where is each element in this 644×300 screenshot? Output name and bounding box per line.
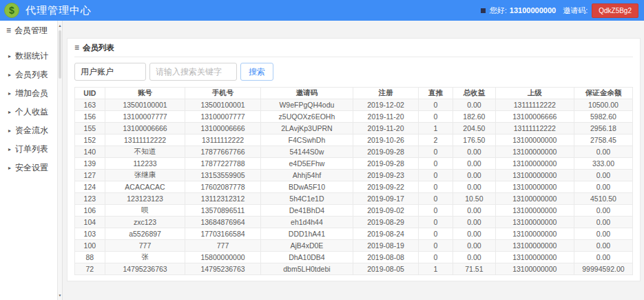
table-cell: 0.00 <box>574 217 632 228</box>
table-cell: 152 <box>75 134 105 146</box>
item-arrow-icon: ▸ <box>8 72 11 78</box>
table-cell: 103 <box>75 228 105 240</box>
table-cell: 777 <box>185 240 260 252</box>
table-cell: 0.00 <box>574 146 632 158</box>
member-list-card: ≡ 会员列表 搜索 UID账号手机号邀请码注册直推总收益上级保证金余额 1631… <box>67 38 641 281</box>
table-cell: 2019-09-28 <box>353 158 419 170</box>
invite-code-badge[interactable]: QdkZ5Bg2 <box>592 3 638 18</box>
table-cell: 0.00 <box>453 240 496 252</box>
item-arrow-icon: ▸ <box>8 128 11 134</box>
table-cell: 13100000000 <box>495 252 574 263</box>
table-cell: 17602087778 <box>185 181 260 193</box>
table-cell: 127 <box>75 170 105 181</box>
table-cell: 104 <box>75 217 105 228</box>
table-cell: 13111112222 <box>495 99 574 111</box>
app-title: 代理管理中心 <box>25 4 92 17</box>
sidebar-scrollbar[interactable]: ▲ ▼ <box>57 21 63 300</box>
table-cell: 106 <box>75 205 105 217</box>
top-header: $ 代理管理中心 您好: 13100000000 邀请码: QdkZ5Bg2 <box>0 0 644 21</box>
column-header: 上级 <box>495 88 574 99</box>
table-cell: 0 <box>418 170 453 181</box>
keyword-input[interactable] <box>149 63 237 81</box>
table-cell: 张 <box>105 252 185 263</box>
table-cell: 13111112222 <box>105 134 185 146</box>
table-cell: 13100000000 <box>495 170 574 181</box>
table-cell: DDD1hA41 <box>260 228 353 240</box>
table-cell: 0.00 <box>574 181 632 193</box>
table-cell: 0.00 <box>453 146 496 158</box>
table-cell: De41BhD4 <box>260 205 353 217</box>
table-row: 1521311111222213111112222F4CSwhDh2019-10… <box>75 134 633 146</box>
sidebar-item[interactable]: ▸数据统计 <box>0 47 57 66</box>
account-input[interactable] <box>74 63 146 81</box>
table-cell: 不知道 <box>105 146 185 158</box>
sidebar-section-member-management[interactable]: ≡ 会员管理 <box>0 21 57 40</box>
table-cell: 13684876964 <box>185 217 260 228</box>
sidebar-item-label: 会员列表 <box>15 69 48 81</box>
table-cell: 2019-08-08 <box>353 252 419 263</box>
table-cell: 0 <box>418 158 453 170</box>
table-cell: 123123123 <box>105 193 185 205</box>
table-cell: AjB4xD0E <box>260 240 353 252</box>
table-cell: a5526897 <box>105 228 185 240</box>
sidebar-menu: ▸数据统计▸会员列表▸增加会员▸个人收益▸资金流水▸订单列表▸安全设置 <box>0 40 57 177</box>
sidebar-item[interactable]: ▸会员列表 <box>0 66 57 84</box>
table-cell: 0.00 <box>453 170 496 181</box>
sidebar-item[interactable]: ▸增加会员 <box>0 84 57 103</box>
scroll-down-icon[interactable]: ▼ <box>58 292 62 299</box>
scrollbar-thumb[interactable] <box>59 30 61 79</box>
table-cell: 0.00 <box>453 252 496 263</box>
table-cell: 0 <box>418 205 453 217</box>
table-cell: 0 <box>418 240 453 252</box>
table-cell: 112233 <box>105 158 185 170</box>
column-header: 手机号 <box>185 88 260 99</box>
table-cell: 0.00 <box>453 205 496 217</box>
table-cell: 13570896511 <box>185 205 260 217</box>
table-cell: 13112312312 <box>185 193 260 205</box>
card-title: 会员列表 <box>83 43 114 53</box>
column-header: 邀请码 <box>260 88 353 99</box>
table-cell: 13100000000 <box>495 228 574 240</box>
table-cell: 2019-09-22 <box>353 181 419 193</box>
table-cell: 13100006666 <box>495 111 574 123</box>
table-cell: DhA10DB4 <box>260 252 353 263</box>
table-cell: 123 <box>75 193 105 205</box>
sidebar: ≡ 会员管理 ▸数据统计▸会员列表▸增加会员▸个人收益▸资金流水▸订单列表▸安全… <box>0 21 57 300</box>
table-cell: 0 <box>418 111 453 123</box>
table-cell: 5982.60 <box>574 111 632 123</box>
table-cell: 99994592.00 <box>574 263 632 275</box>
sidebar-item[interactable]: ▸安全设置 <box>0 159 57 177</box>
search-button[interactable]: 搜索 <box>240 63 273 81</box>
sidebar-item[interactable]: ▸资金流水 <box>0 121 57 140</box>
table-cell: 0 <box>418 217 453 228</box>
table-row: 721479523676314795236763dbm5LH0tdebi2019… <box>75 263 633 275</box>
table-cell: 176.50 <box>453 134 496 146</box>
table-cell: 2019-11-20 <box>353 111 419 123</box>
list-icon: ≡ <box>74 43 79 52</box>
table-cell: 2758.45 <box>574 134 632 146</box>
sidebar-item[interactable]: ▸订单列表 <box>0 140 57 159</box>
table-row: 100777777AjB4xD0E2019-08-1900.0013100000… <box>75 240 633 252</box>
table-cell: 10500.00 <box>574 99 632 111</box>
topbar-right: 您好: 13100000000 邀请码: QdkZ5Bg2 <box>481 3 638 18</box>
table-cell: 0 <box>418 228 453 240</box>
sidebar-item[interactable]: ▸个人收益 <box>0 103 57 121</box>
sidebar-section-label: 会员管理 <box>14 25 48 37</box>
table-cell: 13100000000 <box>495 217 574 228</box>
table-cell: 13100000000 <box>495 181 574 193</box>
table-cell: 0.00 <box>453 217 496 228</box>
table-cell: dbm5LH0tdebi <box>260 263 353 275</box>
table-cell: 17877227788 <box>185 158 260 170</box>
table-row: 104zxc12313684876964eh1d4h442019-08-2900… <box>75 217 633 228</box>
table-cell: 2 <box>418 134 453 146</box>
table-cell: 140 <box>75 146 105 158</box>
table-cell: 2019-08-24 <box>353 228 419 240</box>
table-cell: 204.50 <box>453 123 496 134</box>
main-content: ≡ 会员列表 搜索 UID账号手机号邀请码注册直推总收益上级保证金余额 1631… <box>63 21 644 300</box>
table-cell: 182.60 <box>453 111 496 123</box>
user-phone: 13100000000 <box>510 6 556 14</box>
scroll-up-icon[interactable]: ▲ <box>58 22 62 29</box>
table-cell: 2019-10-26 <box>353 134 419 146</box>
table-cell: 155 <box>75 123 105 134</box>
table-cell: 163 <box>75 99 105 111</box>
